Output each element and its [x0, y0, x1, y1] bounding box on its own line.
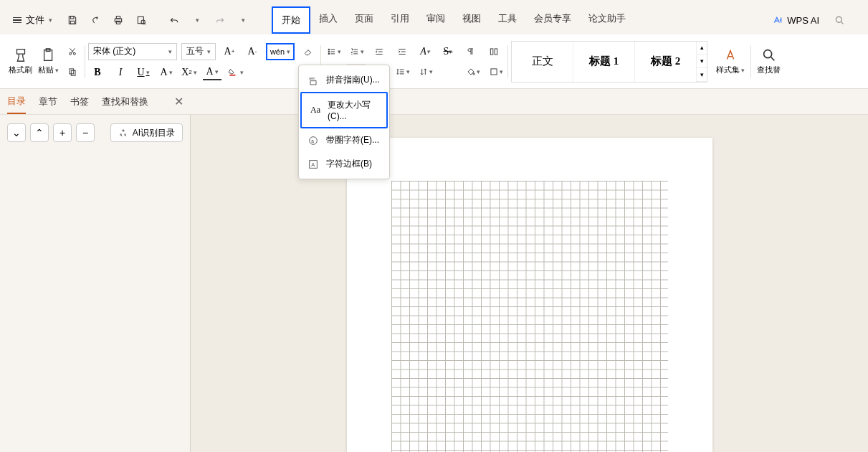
- tab-page[interactable]: 页面: [346, 6, 382, 34]
- style-h1[interactable]: 标题 1: [573, 42, 635, 82]
- decrease-font-button[interactable]: A-: [243, 44, 262, 60]
- bold-button[interactable]: B: [88, 65, 107, 80]
- style-body[interactable]: 正文: [512, 42, 573, 82]
- side-tab-toc[interactable]: 目录: [7, 90, 26, 114]
- document-canvas[interactable]: [191, 115, 868, 452]
- svg-rect-20: [495, 48, 497, 54]
- paste-label: 粘贴: [38, 65, 54, 75]
- search-icon[interactable]: [829, 10, 849, 30]
- text-effects-button[interactable]: A▾: [416, 44, 434, 60]
- superscript-button[interactable]: X2▾: [180, 65, 199, 80]
- sort-button[interactable]: ▾: [416, 64, 434, 80]
- svg-rect-0: [70, 17, 74, 19]
- tab-reference[interactable]: 引用: [382, 6, 418, 34]
- side-tab-chapter[interactable]: 章节: [39, 90, 57, 113]
- chevron-down-icon: ▾: [287, 48, 290, 55]
- shading-button[interactable]: ▾: [463, 64, 482, 80]
- change-case-dropdown[interactable]: wén ▾: [266, 43, 295, 60]
- redo-icon[interactable]: [210, 10, 230, 30]
- copy-icon: [67, 67, 78, 77]
- ai-toc-button[interactable]: AI识别目录: [110, 123, 183, 142]
- scissors-icon: [67, 47, 78, 57]
- numbered-list-button[interactable]: ▾: [347, 44, 366, 60]
- chevron-down-icon: ⌄: [12, 127, 21, 138]
- pinyin-guide-item[interactable]: wén 拼音指南(U)...: [299, 68, 389, 92]
- tab-member[interactable]: 会员专享: [525, 6, 580, 34]
- close-panel-icon[interactable]: ✕: [174, 95, 183, 108]
- indent-icon: [396, 47, 408, 57]
- tab-review[interactable]: 审阅: [418, 6, 454, 34]
- svg-point-16: [328, 49, 330, 50]
- style-set-button[interactable]: 样式集▾: [713, 46, 748, 77]
- format-brush-button[interactable]: 格式刷: [6, 46, 35, 77]
- tab-tools[interactable]: 工具: [490, 6, 525, 34]
- share-icon[interactable]: [85, 10, 105, 30]
- highlight-button[interactable]: ▾: [226, 65, 244, 80]
- svg-rect-8: [16, 50, 24, 54]
- svg-rect-19: [490, 48, 493, 54]
- document-page[interactable]: [347, 138, 712, 452]
- svg-rect-3: [116, 17, 120, 19]
- bullet-icon: [326, 47, 338, 57]
- line-spacing-button[interactable]: ▾: [393, 64, 411, 80]
- enclosed-char-item[interactable]: a 带圈字符(E)...: [299, 128, 389, 152]
- style-down[interactable]: ▾: [697, 55, 707, 68]
- paste-button[interactable]: 粘贴▾: [35, 46, 62, 77]
- enclosed-char-icon: a: [307, 135, 319, 146]
- style-up[interactable]: ▴: [697, 42, 707, 55]
- file-menu[interactable]: 文件 ▾: [6, 11, 59, 29]
- tab-start[interactable]: 开始: [272, 6, 310, 34]
- undo-more-icon[interactable]: ▾: [187, 10, 207, 30]
- tab-thesis[interactable]: 论文助手: [580, 6, 634, 34]
- menu-bar: 文件 ▾ ▾ ▾ 开始 插入 页面 引用 审阅 视图 工具 会员专享 论文助手 …: [0, 6, 868, 34]
- change-case-menu: wén 拼音指南(U)... Aa 更改大小写(C)... a 带圈字符(E).…: [298, 65, 390, 179]
- tab-insert[interactable]: 插入: [310, 6, 346, 34]
- format-brush-icon: [13, 47, 29, 63]
- style-more[interactable]: ▾: [697, 68, 707, 82]
- add-button[interactable]: +: [53, 123, 72, 142]
- collapse-button[interactable]: ⌄: [7, 123, 26, 142]
- ribbon-tabs: 开始 插入 页面 引用 审阅 视图 工具 会员专享 论文助手: [272, 6, 634, 34]
- wps-ai-button[interactable]: WPS AI: [773, 15, 819, 26]
- format-brush-label: 格式刷: [9, 65, 32, 75]
- underline-button[interactable]: U▾: [134, 65, 153, 80]
- ribbon: 格式刷 粘贴▾ 宋体 (正文)▾ 五号▾ A+ A- wén ▾ B I U▾ …: [0, 34, 868, 89]
- page-grid: [391, 181, 668, 452]
- change-case-item[interactable]: Aa 更改大小写(C)...: [300, 92, 388, 128]
- clear-format-button[interactable]: [299, 44, 318, 60]
- borders-button[interactable]: ▾: [486, 64, 505, 80]
- remove-button[interactable]: −: [76, 123, 95, 142]
- svg-rect-14: [71, 70, 75, 75]
- save-icon[interactable]: [62, 10, 82, 30]
- style-h2[interactable]: 标题 2: [635, 42, 697, 82]
- decrease-indent-button[interactable]: [370, 44, 388, 60]
- columns-button[interactable]: [485, 44, 503, 60]
- svg-rect-4: [116, 21, 120, 24]
- font-color-button[interactable]: A▾: [203, 65, 221, 80]
- char-border-item[interactable]: A 字符边框(B): [299, 152, 389, 176]
- paragraph-mark-button[interactable]: [462, 44, 480, 60]
- tab-view[interactable]: 视图: [454, 6, 490, 34]
- svg-point-7: [836, 17, 841, 22]
- strike-button[interactable]: S▾: [439, 44, 457, 60]
- cut-button[interactable]: [63, 44, 82, 60]
- copy-button[interactable]: [63, 64, 82, 80]
- strikethrough-button[interactable]: A▾: [157, 65, 176, 80]
- undo-icon[interactable]: [164, 10, 184, 30]
- increase-font-button[interactable]: A+: [220, 44, 239, 60]
- bullet-list-button[interactable]: ▾: [324, 44, 343, 60]
- svg-text:wén: wén: [309, 76, 315, 80]
- side-tab-bookmark[interactable]: 书签: [70, 90, 89, 113]
- paste-icon: [41, 47, 57, 63]
- side-tab-find[interactable]: 查找和替换: [102, 90, 148, 113]
- svg-rect-15: [229, 74, 235, 75]
- expand-button[interactable]: ⌃: [30, 123, 49, 142]
- font-size-select[interactable]: 五号▾: [181, 43, 216, 60]
- increase-indent-button[interactable]: [393, 44, 411, 60]
- preview-icon[interactable]: [131, 10, 151, 30]
- print-icon[interactable]: [108, 10, 128, 30]
- redo-more-icon[interactable]: ▾: [233, 10, 253, 30]
- font-name-select[interactable]: 宋体 (正文)▾: [88, 43, 177, 60]
- italic-button[interactable]: I: [111, 65, 130, 80]
- find-replace-button[interactable]: 查找替: [754, 46, 783, 77]
